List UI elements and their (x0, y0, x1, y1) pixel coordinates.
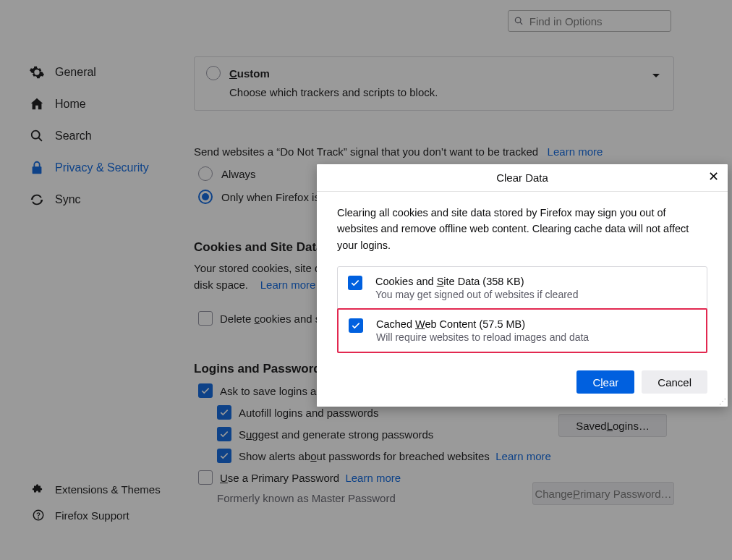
checkbox-cookies[interactable] (348, 276, 362, 290)
cookies-option-label: Cookies and Site Data (358 KB) (375, 276, 578, 287)
clear-data-dialog: Clear Data ✕ Clearing all cookies and si… (317, 164, 728, 407)
option-cookies[interactable]: Cookies and Site Data (358 KB) Cookies a… (338, 267, 707, 309)
cancel-button[interactable]: Cancel (642, 370, 707, 394)
dialog-description: Clearing all cookies and site data store… (337, 205, 707, 253)
dialog-options: Cookies and Site Data (358 KB) Cookies a… (337, 266, 707, 353)
cache-option-label: Cached Web Content (57.5 MB) (376, 318, 589, 330)
dialog-title: Clear Data (317, 171, 728, 184)
cookies-option-sub: You may get signed out of websites if cl… (375, 289, 578, 300)
clear-button[interactable]: Clear (576, 370, 634, 394)
resize-grip[interactable]: ⋰ (719, 397, 726, 405)
checkbox-cache[interactable] (349, 318, 363, 333)
cache-option-sub: Will require websites to reload images a… (376, 331, 589, 343)
close-icon[interactable]: ✕ (708, 170, 719, 183)
option-cache[interactable]: Cached Web Content (57.5 MB) Cached eb C… (337, 308, 707, 353)
